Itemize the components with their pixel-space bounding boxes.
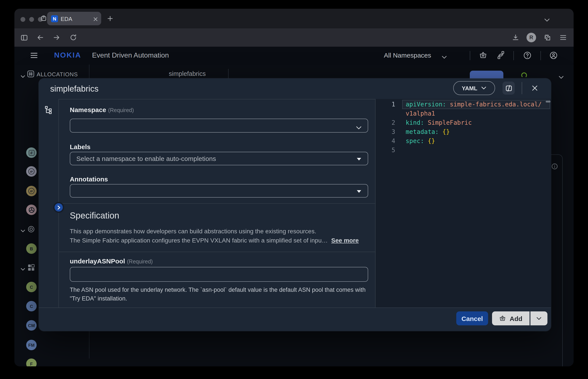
modal-close-icon[interactable] — [531, 85, 538, 93]
add-button-label: Add — [510, 315, 522, 322]
sidebar-badge-hash[interactable]: # — [26, 147, 37, 158]
hash-glyph: # — [29, 150, 34, 156]
cancel-button[interactable]: Cancel — [456, 311, 488, 325]
sidebar-badge[interactable]: F — [26, 359, 37, 366]
app-header: NOKIA Event Driven Automation All Namesp… — [14, 47, 574, 64]
sidebar-badge-ip[interactable]: IP — [26, 186, 37, 196]
chevron-down-icon — [356, 124, 362, 132]
section-chevron-icon[interactable] — [20, 227, 25, 235]
sidebar-badge-ip[interactable]: IP — [26, 166, 37, 177]
new-tab-icon[interactable] — [107, 15, 113, 24]
annotations-label: Annotations — [70, 175, 108, 183]
form-tree-icon[interactable] — [45, 106, 53, 116]
header-divider — [470, 51, 470, 60]
split-view-button[interactable] — [503, 81, 515, 95]
sidebar-badge[interactable]: FM — [26, 340, 37, 350]
line-number: 1 — [380, 100, 395, 109]
sidebar-section-allocations[interactable]: ALLOCATIONS — [37, 71, 78, 78]
simplefabrics-modal: simplefabrics YAML Namespace (Required) — [39, 79, 551, 331]
downloads-icon[interactable] — [512, 34, 519, 43]
background-sync-arc-icon — [521, 72, 527, 78]
code-line[interactable]: apiVersion: simple-fabrics.eda.local/ — [406, 100, 542, 109]
badge-letter: C — [30, 284, 33, 289]
editor-scrollbar-thumb[interactable] — [546, 101, 551, 102]
annotations-select[interactable] — [70, 184, 368, 198]
app-title: Event Driven Automation — [92, 51, 169, 59]
menu-hamburger-icon[interactable] — [560, 34, 567, 42]
profile-avatar[interactable]: R — [526, 33, 536, 42]
section-target-icon — [28, 225, 35, 235]
namespace-selector[interactable]: All Namespaces — [384, 51, 431, 59]
background-collapse-chevron-icon — [558, 73, 564, 81]
labels-select[interactable]: Select a namespace to enable auto-comple… — [70, 152, 368, 165]
caret-down-icon — [357, 158, 361, 160]
specification-line1: This app demonstrates how developers can… — [70, 228, 316, 235]
sidebar-badge[interactable]: C — [26, 301, 37, 311]
allocations-chevron-icon[interactable] — [20, 72, 25, 80]
tab-close-icon[interactable] — [93, 16, 98, 24]
browser-tab-bar: N EDA — [14, 9, 574, 28]
ip-glyph: IP — [28, 168, 34, 174]
badge-letter: FM — [28, 343, 35, 347]
traffic-light-close-icon[interactable] — [20, 17, 25, 22]
sidebar-badge-pie[interactable] — [26, 205, 37, 215]
app-store-basket-icon[interactable] — [479, 51, 487, 61]
extensions-puzzle-icon[interactable] — [544, 34, 551, 43]
line-number: 2 — [380, 118, 395, 127]
underlay-asn-pool-label: underlayASNPool (Required) — [70, 257, 153, 265]
underlay-asn-pool-input[interactable] — [70, 267, 368, 282]
specification-heading: Specification — [70, 211, 119, 221]
section-divider — [58, 252, 375, 252]
code-line[interactable]: v1alpha1 — [406, 109, 435, 118]
sidebar-toggle-icon[interactable] — [20, 34, 28, 43]
user-profile-icon[interactable] — [549, 51, 558, 62]
background-divider — [228, 69, 229, 79]
help-icon[interactable] — [523, 51, 532, 62]
back-icon[interactable] — [37, 34, 44, 43]
underlay-asn-pool-description: The ASN pool used for the underlay netwo… — [70, 286, 368, 303]
section-chevron-icon[interactable] — [20, 265, 25, 273]
transactions-flow-icon[interactable] — [496, 51, 505, 61]
badge-letter: F — [30, 361, 33, 366]
line-number: 5 — [380, 145, 395, 155]
screen: N EDA — [0, 0, 588, 379]
badge-letter: C — [30, 304, 33, 309]
tab-library-icon[interactable] — [40, 15, 47, 24]
caret-down-icon — [357, 190, 361, 193]
namespace-chevron-icon[interactable] — [442, 53, 447, 61]
sidebar-badge[interactable]: C — [26, 282, 37, 292]
namespace-select[interactable] — [70, 119, 368, 133]
background-page-tab: simplefabrics — [169, 70, 230, 79]
add-button[interactable]: Add — [492, 311, 530, 325]
list-tabs-chevron-icon[interactable] — [544, 16, 550, 24]
section-divider — [58, 203, 375, 204]
format-selector-button[interactable]: YAML — [453, 81, 495, 95]
add-options-chevron-button[interactable] — [530, 311, 547, 325]
nokia-logo: NOKIA — [54, 51, 81, 60]
collapse-form-toggle[interactable] — [55, 203, 63, 211]
format-selector-label: YAML — [462, 85, 477, 91]
ip-glyph: IP — [28, 188, 34, 194]
allocations-hash-icon — [27, 70, 34, 79]
app-menu-icon[interactable] — [30, 52, 38, 61]
section-apps-grid-icon — [28, 264, 35, 273]
yaml-editor[interactable] — [376, 99, 551, 307]
info-icon[interactable] — [551, 163, 558, 171]
namespace-label: Namespace (Required) — [70, 106, 134, 114]
traffic-light-minimize-icon[interactable] — [29, 17, 34, 22]
sidebar-badge[interactable]: B — [26, 243, 37, 254]
code-line[interactable]: kind: SimpleFabric — [406, 118, 472, 127]
see-more-link[interactable]: See more — [331, 237, 359, 244]
modal-header-divider — [522, 82, 522, 94]
sidebar-badge[interactable]: CM — [26, 320, 37, 331]
reload-icon[interactable] — [70, 34, 77, 43]
browser-window: N EDA — [14, 9, 574, 366]
browser-tab-eda[interactable]: N EDA — [47, 12, 101, 25]
code-line[interactable]: spec: {} — [406, 136, 435, 145]
specification-line2: The Simple Fabric application configures… — [70, 237, 328, 244]
tab-title: EDA — [61, 16, 72, 22]
code-line[interactable]: metadata: {} — [406, 127, 450, 136]
badge-letter: B — [30, 246, 33, 251]
labels-label: Labels — [70, 143, 91, 150]
forward-icon[interactable] — [53, 34, 60, 43]
